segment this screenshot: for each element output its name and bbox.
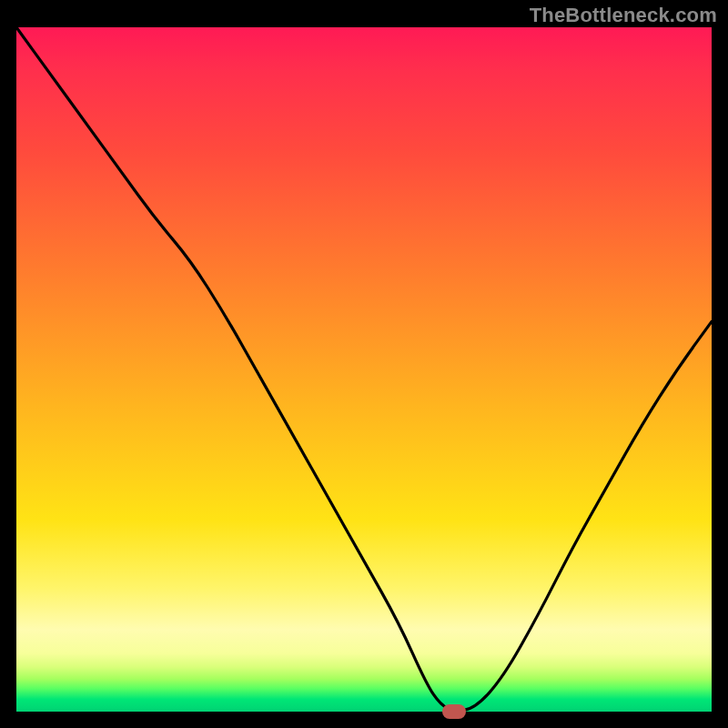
- optimal-point-marker: [442, 704, 466, 719]
- bottleneck-curve: [16, 27, 712, 712]
- attribution-label: TheBottleneck.com: [530, 4, 717, 27]
- plot-frame: [16, 27, 712, 712]
- chart-container: TheBottleneck.com: [0, 0, 728, 728]
